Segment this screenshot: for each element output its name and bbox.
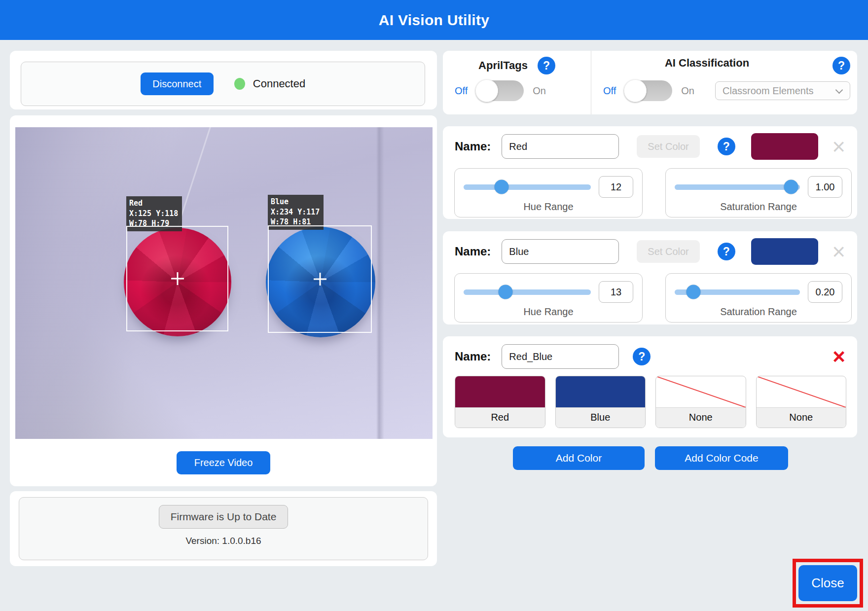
red-saturation-slider-thumb[interactable] [784, 180, 798, 194]
blue-bounding-box [268, 225, 372, 333]
chevron-down-icon [835, 86, 843, 94]
apriltags-off-label: Off [455, 85, 468, 97]
firmware-card: Firmware is Up to Date Version: 1.0.0.b1… [10, 491, 437, 566]
red-saturation-group: 1.00 Saturation Range [665, 168, 852, 217]
classification-model-dropdown[interactable]: Classroom Elements [715, 81, 850, 100]
red-saturation-slider[interactable] [675, 184, 800, 190]
blue-name-label: Name: [455, 245, 491, 258]
connection-status: Connected [234, 77, 305, 90]
code-slot-1[interactable]: Red [455, 376, 545, 428]
feature-toggles-card: AprilTags Off On AI Classification Off O… [443, 51, 857, 114]
red-detection-xy: X:125 Y:118 [129, 209, 178, 219]
red-hue-slider[interactable] [464, 184, 591, 190]
red-hue-value: 12 [599, 176, 633, 198]
add-color-button[interactable]: Add Color [513, 446, 645, 470]
code-slot-2[interactable]: Blue [555, 376, 646, 428]
classification-model-value: Classroom Elements [723, 85, 814, 97]
video-card: Red X:125 Y:118 W:78 H:79 Blue X:234 Y:1… [10, 115, 437, 486]
camera-video-feed: Red X:125 Y:118 W:78 H:79 Blue X:234 Y:1… [15, 127, 433, 439]
code-name-input[interactable] [502, 344, 619, 369]
blue-hue-slider-thumb[interactable] [499, 285, 513, 299]
red-detection-name: Red [129, 198, 178, 209]
ai-classification-title: AI Classification [665, 57, 749, 70]
ai-off-label: Off [603, 85, 616, 97]
code-slot-4[interactable]: None [756, 376, 847, 428]
app-title: AI Vision Utility [379, 12, 490, 29]
apriltags-section: AprilTags Off On [443, 51, 591, 114]
red-hue-group: 12 Hue Range [454, 168, 643, 217]
apriltags-title: AprilTags [478, 59, 528, 72]
red-saturation-value: 1.00 [808, 176, 842, 198]
red-bounding-box [126, 226, 228, 331]
connection-status-box: Disconnect Connected [21, 62, 425, 106]
blue-saturation-label: Saturation Range [666, 306, 851, 318]
ai-classification-toggle[interactable] [625, 80, 672, 101]
firmware-version: Version: 1.0.0.b16 [185, 536, 261, 546]
apriltags-toggle-knob[interactable] [475, 79, 498, 102]
color-code-slots: Red Blue None None [455, 376, 846, 428]
ai-classification-section: AI Classification Off On Classroom Eleme… [591, 51, 857, 114]
blue-saturation-slider-thumb[interactable] [687, 285, 701, 299]
code-slot-1-color [455, 376, 545, 407]
firmware-status-button[interactable]: Firmware is Up to Date [159, 505, 288, 529]
blue-detection-xy: X:234 Y:117 [271, 207, 320, 217]
connected-status-dot-icon [234, 78, 245, 90]
blue-help-icon[interactable] [718, 243, 735, 260]
red-remove-icon[interactable] [832, 135, 845, 158]
apriltags-toggle[interactable] [476, 80, 524, 101]
blue-detection-label: Blue X:234 Y:117 W:78 H:81 [268, 195, 324, 230]
color-config-red-card: Name: Set Color 12 Hue Range 1.00 Satura… [443, 126, 857, 219]
red-color-swatch [751, 133, 818, 160]
code-slot-2-label: Blue [556, 407, 646, 428]
add-color-code-button[interactable]: Add Color Code [655, 446, 788, 470]
freeze-video-button[interactable]: Freeze Video [177, 451, 270, 474]
blue-color-swatch [751, 238, 818, 265]
blue-set-color-button[interactable]: Set Color [637, 240, 699, 263]
ai-toggle-knob[interactable] [624, 79, 647, 102]
red-help-icon[interactable] [718, 138, 735, 155]
apriltags-help-icon[interactable] [538, 57, 555, 74]
connection-status-text: Connected [253, 77, 305, 90]
color-config-blue-card: Name: Set Color 13 Hue Range 0.20 Satura… [443, 231, 857, 324]
red-hue-slider-thumb[interactable] [495, 180, 509, 194]
red-set-color-button[interactable]: Set Color [637, 135, 699, 158]
blue-hue-slider[interactable] [464, 289, 591, 295]
blue-detection-name: Blue [271, 197, 320, 207]
ai-classification-help-icon[interactable] [832, 57, 850, 74]
close-highlight-frame: Close [793, 559, 863, 608]
code-slot-4-label: None [757, 407, 846, 428]
red-name-label: Name: [455, 140, 491, 153]
blue-hue-group: 13 Hue Range [454, 273, 643, 323]
code-slot-2-color [556, 376, 646, 407]
title-bar: AI Vision Utility [0, 0, 868, 40]
blue-saturation-value: 0.20 [808, 281, 842, 303]
color-code-card: Name: Red Blue None None [443, 336, 857, 437]
code-help-icon[interactable] [633, 348, 651, 365]
blue-hue-value: 13 [599, 281, 633, 303]
apriltags-on-label: On [533, 85, 546, 97]
disconnect-button[interactable]: Disconnect [141, 72, 214, 95]
red-name-input[interactable] [502, 134, 619, 159]
blue-saturation-group: 0.20 Saturation Range [665, 273, 852, 323]
code-slot-4-none-icon [757, 376, 846, 407]
close-button[interactable]: Close [798, 565, 857, 601]
code-slot-3[interactable]: None [655, 376, 746, 428]
red-crosshair-icon [171, 272, 184, 285]
code-slot-3-none-icon [656, 376, 746, 407]
code-slot-3-label: None [656, 407, 746, 428]
blue-name-input[interactable] [502, 239, 619, 264]
blue-hue-label: Hue Range [455, 306, 642, 318]
connection-card: Disconnect Connected [10, 51, 437, 109]
red-saturation-label: Saturation Range [666, 201, 851, 213]
ai-on-label: On [681, 85, 694, 97]
code-delete-icon[interactable] [832, 346, 845, 367]
blue-remove-icon[interactable] [832, 240, 845, 263]
blue-crosshair-icon [314, 273, 326, 286]
firmware-box: Firmware is Up to Date Version: 1.0.0.b1… [19, 497, 428, 560]
red-hue-label: Hue Range [455, 201, 642, 213]
blue-saturation-slider[interactable] [675, 289, 800, 295]
code-slot-1-label: Red [455, 407, 545, 428]
code-name-label: Name: [455, 350, 491, 363]
